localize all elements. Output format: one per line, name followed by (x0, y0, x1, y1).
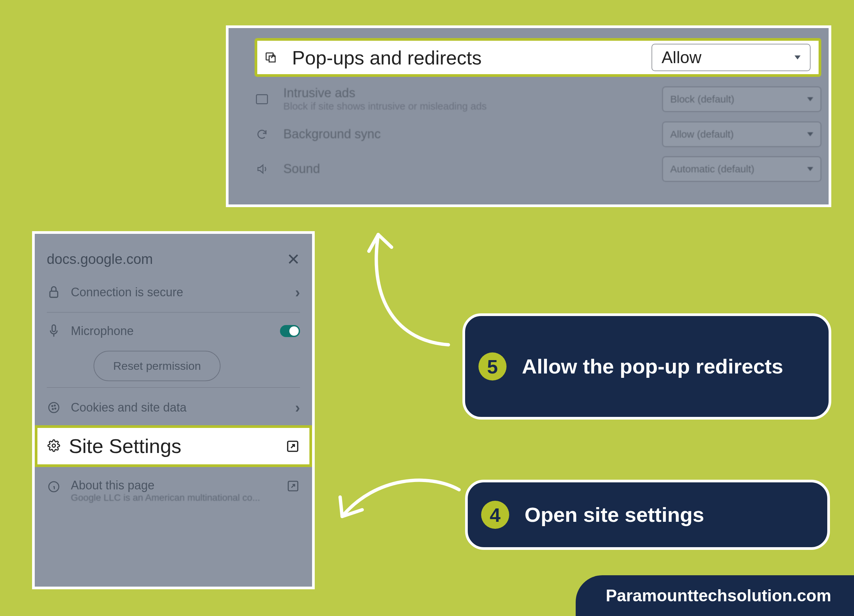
bgsync-title: Background sync (283, 127, 662, 141)
divider (47, 312, 300, 313)
ads-select[interactable]: Block (default) (662, 87, 821, 112)
site-settings-label: Site Settings (69, 435, 286, 457)
close-icon[interactable]: ✕ (287, 250, 300, 268)
site-domain: docs.google.com (47, 251, 153, 267)
gear-icon (47, 439, 60, 453)
microphone-label: Microphone (71, 324, 280, 338)
footer-brand: Paramounttechsolution.com (576, 575, 854, 616)
step-5-number: 5 (479, 352, 506, 381)
cookie-icon (47, 401, 61, 415)
external-link-icon (287, 480, 300, 493)
cookies-label: Cookies and site data (71, 401, 295, 415)
setting-row-ads[interactable]: Intrusive ads Block if site shows intrus… (255, 81, 821, 117)
sync-icon (255, 127, 269, 142)
external-link-icon (286, 440, 299, 453)
step-5-callout: 5 Allow the pop-up redirects (462, 313, 831, 419)
step-4-callout: 4 Open site settings (465, 480, 830, 550)
microphone-icon (47, 324, 61, 338)
lock-icon (47, 285, 61, 299)
ads-icon (255, 92, 269, 107)
svg-point-9 (52, 444, 55, 447)
permissions-panel: Pop-ups and redirects Allow Intrusive ad… (226, 25, 831, 207)
sound-title: Sound (283, 162, 662, 176)
svg-rect-2 (50, 291, 58, 297)
step-4-text: Open site settings (525, 503, 704, 526)
bgsync-select[interactable]: Allow (default) (662, 122, 821, 147)
cookies-item[interactable]: Cookies and site data › (35, 390, 312, 425)
ads-select-value: Block (default) (670, 93, 734, 105)
chevron-right-icon: › (295, 284, 300, 300)
chevron-down-icon (807, 132, 813, 136)
microphone-toggle[interactable] (280, 325, 300, 337)
connection-secure-label: Connection is secure (71, 285, 295, 299)
about-page-item[interactable]: About this page Google LLC is an America… (35, 467, 312, 512)
about-sub: Google LLC is an American multinational … (71, 492, 287, 503)
site-info-popup: docs.google.com ✕ Connection is secure ›… (32, 231, 315, 589)
sound-select[interactable]: Automatic (default) (662, 156, 821, 182)
svg-rect-1 (256, 95, 268, 104)
step-5-text: Allow the pop-up redirects (522, 354, 783, 378)
svg-point-8 (55, 408, 56, 409)
arrow-step5 (351, 221, 458, 348)
divider (47, 387, 300, 388)
ads-title: Intrusive ads (283, 86, 662, 100)
svg-point-6 (55, 405, 55, 406)
svg-rect-3 (52, 325, 55, 332)
connection-secure-item[interactable]: Connection is secure › (35, 274, 312, 310)
chevron-down-icon (807, 97, 813, 101)
chevron-down-icon (807, 167, 813, 171)
step-4-number: 4 (481, 501, 509, 529)
ads-sub: Block if site shows intrusive or mislead… (283, 100, 662, 112)
reset-permission-button[interactable]: Reset permission (93, 351, 221, 381)
sound-icon (255, 162, 269, 176)
sound-select-value: Automatic (default) (670, 163, 755, 175)
info-icon (47, 480, 61, 494)
svg-point-5 (52, 406, 53, 407)
setting-row-sound[interactable]: Sound Automatic (default) (255, 152, 821, 186)
chevron-right-icon: › (295, 399, 300, 416)
site-settings-item[interactable]: Site Settings (35, 425, 312, 467)
bgsync-select-value: Allow (default) (670, 129, 734, 140)
about-title: About this page (71, 478, 287, 492)
setting-row-bgsync[interactable]: Background sync Allow (default) (255, 117, 821, 152)
svg-point-7 (52, 409, 53, 410)
arrow-step4 (329, 470, 462, 537)
microphone-item: Microphone (35, 315, 312, 348)
svg-point-4 (49, 403, 59, 413)
